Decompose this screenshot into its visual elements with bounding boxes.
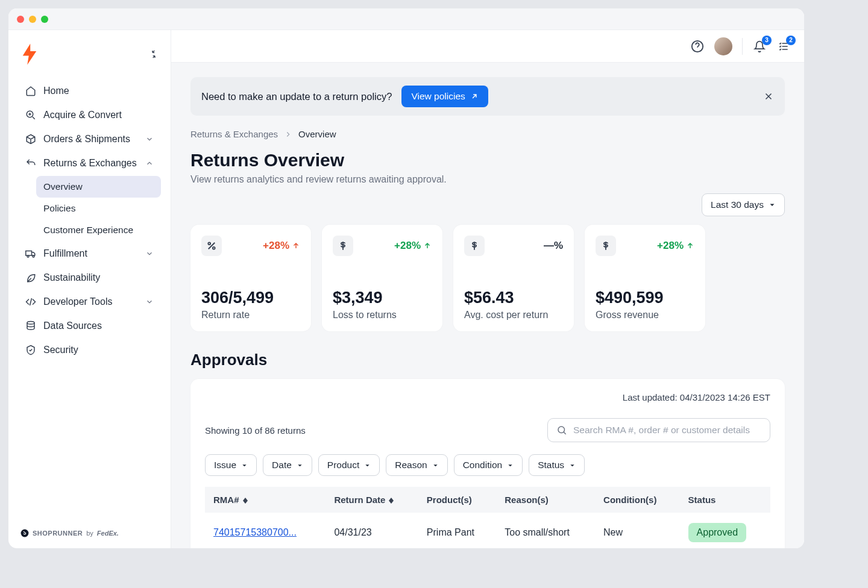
sidebar: Home Acquire & Convert Orders & Shipment… [8, 30, 171, 548]
search-field[interactable] [547, 418, 770, 442]
sidebar-item-fulfillment[interactable]: Fulfillment [18, 242, 161, 265]
svg-point-2 [27, 255, 29, 257]
filter-product[interactable]: Product [318, 454, 380, 476]
caret-down-icon [432, 462, 439, 469]
cell-product: Prima Pant [418, 513, 496, 548]
sidebar-item-home[interactable]: Home [18, 80, 161, 102]
stat-value: 306/5,499 [201, 289, 300, 307]
arrow-up-right-icon [470, 92, 479, 101]
trend-indicator: +28% [394, 240, 432, 252]
breadcrumb: Returns & Exchanges Overview [190, 129, 785, 139]
sidebar-item-devtools[interactable]: Developer Tools [18, 290, 161, 313]
view-policies-button[interactable]: View policies [401, 86, 488, 107]
banner-text: Need to make an update to a return polic… [201, 91, 392, 102]
sidebar-item-orders[interactable]: Orders & Shipments [18, 128, 161, 151]
sidebar-item-security[interactable]: Security [18, 339, 161, 361]
chevron-up-icon [145, 159, 154, 167]
stats-row: +28%306/5,499Return rate+28%$3,349Loss t… [190, 225, 785, 331]
sidebar-item-label: Fulfillment [43, 248, 87, 259]
percent-icon [201, 236, 222, 256]
cell-date: 04/31/23 [326, 513, 418, 548]
table-row: 74015715380700...04/31/23Prima PantToo s… [205, 513, 770, 548]
filter-condition[interactable]: Condition [454, 454, 523, 476]
search-input[interactable] [573, 425, 761, 436]
tasks-icon[interactable]: 2 [776, 39, 791, 54]
svg-point-9 [558, 427, 565, 433]
notifications-icon[interactable]: 3 [752, 39, 767, 54]
code-icon [25, 296, 36, 307]
cell-condition: New [595, 513, 680, 548]
brand-footer: SHOPRUNNER by FedEx. [20, 529, 119, 537]
svg-point-5 [21, 530, 29, 537]
window-minimize[interactable] [29, 16, 36, 23]
filter-reason[interactable]: Reason [386, 454, 447, 476]
status-badge: Approved [688, 523, 747, 542]
sidebar-item-label: Customer Experience [43, 225, 133, 236]
caret-down-icon [297, 462, 303, 469]
return-icon [25, 158, 36, 169]
sidebar-item-label: Acquire & Convert [43, 110, 122, 120]
trend-indicator: +28% [263, 240, 300, 252]
collapse-sidebar-icon[interactable] [149, 49, 159, 59]
sidebar-subitem-policies[interactable]: Policies [36, 198, 161, 219]
svg-rect-1 [26, 251, 32, 256]
breadcrumb-parent[interactable]: Returns & Exchanges [190, 129, 278, 139]
button-label: View policies [411, 91, 465, 102]
stat-card: +28%$490,599Gross revenue [585, 225, 705, 331]
column-header[interactable]: RMA# [205, 487, 326, 513]
column-header: Product(s) [418, 487, 496, 513]
filter-status[interactable]: Status [529, 454, 585, 476]
caret-down-icon [569, 462, 576, 469]
sidebar-item-returns[interactable]: Returns & Exchanges [18, 152, 161, 175]
dollar-icon [596, 236, 616, 256]
svg-point-7 [208, 243, 210, 245]
close-banner-icon[interactable] [763, 91, 774, 102]
sidebar-item-label: Data Sources [43, 321, 102, 331]
stat-value: $490,599 [596, 289, 694, 307]
stat-label: Avg. cost per return [464, 310, 563, 321]
notifications-badge: 3 [762, 36, 772, 45]
help-icon[interactable] [690, 39, 705, 54]
stat-value: $3,349 [333, 289, 432, 307]
sidebar-subitem-customer-experience[interactable]: Customer Experience [36, 219, 161, 241]
approvals-panel: Last updated: 04/31/2023 14:26 EST Showi… [190, 379, 785, 548]
chevron-right-icon [284, 130, 292, 139]
sidebar-item-datasources[interactable]: Data Sources [18, 314, 161, 337]
caret-down-icon [241, 462, 248, 469]
date-range-label: Last 30 days [711, 199, 764, 210]
sort-icon [243, 498, 248, 504]
search-icon [556, 425, 567, 436]
package-icon [25, 134, 36, 145]
sidebar-item-label: Home [43, 86, 69, 96]
leaf-icon [25, 272, 36, 283]
sidebar-item-acquire[interactable]: Acquire & Convert [18, 104, 161, 127]
column-header[interactable]: Return Date [326, 487, 418, 513]
chevron-down-icon [145, 135, 154, 143]
svg-point-4 [27, 322, 34, 325]
trend-indicator: —% [544, 240, 563, 252]
sidebar-item-sustainability[interactable]: Sustainability [18, 266, 161, 289]
dollar-icon [464, 236, 485, 256]
filter-date[interactable]: Date [263, 454, 312, 476]
sidebar-item-label: Policies [43, 203, 75, 214]
date-range-select[interactable]: Last 30 days [702, 193, 785, 216]
rma-link[interactable]: 74015715380700... [213, 527, 297, 537]
truck-icon [25, 248, 36, 259]
chevron-down-icon [145, 298, 154, 306]
stat-card: +28%306/5,499Return rate [190, 225, 311, 331]
caret-down-icon [364, 462, 371, 469]
column-header: Status [680, 487, 770, 513]
window-close[interactable] [17, 16, 24, 23]
avatar[interactable] [714, 37, 732, 55]
cell-reason: Too small/short [496, 513, 595, 548]
app-logo [20, 43, 39, 65]
column-header: Reason(s) [496, 487, 595, 513]
column-header: Condition(s) [595, 487, 680, 513]
stat-value: $56.43 [464, 289, 563, 307]
filter-issue[interactable]: Issue [205, 454, 257, 476]
sidebar-subitem-overview[interactable]: Overview [36, 176, 161, 198]
window-zoom[interactable] [41, 16, 48, 23]
chevron-down-icon [145, 249, 154, 258]
home-icon [25, 86, 36, 96]
approvals-title: Approvals [190, 351, 785, 369]
